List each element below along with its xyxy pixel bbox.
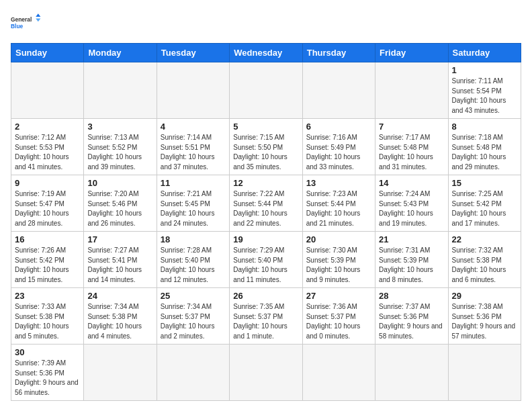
calendar-cell <box>11 62 84 119</box>
calendar-week-3: 9Sunrise: 7:19 AM Sunset: 5:47 PM Daylig… <box>11 175 521 232</box>
svg-text:General: General <box>11 16 32 23</box>
calendar-cell: 30Sunrise: 7:39 AM Sunset: 5:36 PM Dayli… <box>11 345 84 401</box>
calendar-cell: 29Sunrise: 7:38 AM Sunset: 5:36 PM Dayli… <box>448 288 521 345</box>
day-info: Sunrise: 7:16 AM Sunset: 5:49 PM Dayligh… <box>306 133 371 172</box>
day-info: Sunrise: 7:12 AM Sunset: 5:53 PM Dayligh… <box>15 133 80 172</box>
calendar-cell <box>230 345 302 401</box>
day-info: Sunrise: 7:14 AM Sunset: 5:51 PM Dayligh… <box>161 133 226 172</box>
day-info: Sunrise: 7:22 AM Sunset: 5:44 PM Dayligh… <box>233 189 298 228</box>
calendar-cell: 11Sunrise: 7:21 AM Sunset: 5:45 PM Dayli… <box>157 175 229 232</box>
calendar-cell: 8Sunrise: 7:18 AM Sunset: 5:48 PM Daylig… <box>448 119 521 175</box>
calendar-week-2: 2Sunrise: 7:12 AM Sunset: 5:53 PM Daylig… <box>11 119 521 175</box>
day-number: 15 <box>452 178 517 188</box>
calendar-cell <box>448 345 521 401</box>
calendar-cell <box>84 62 157 119</box>
calendar-week-5: 23Sunrise: 7:33 AM Sunset: 5:38 PM Dayli… <box>11 288 521 345</box>
weekday-header-sunday: Sunday <box>11 44 84 62</box>
calendar-cell: 12Sunrise: 7:22 AM Sunset: 5:44 PM Dayli… <box>230 175 302 232</box>
logo: General Blue <box>11 11 43 35</box>
day-info: Sunrise: 7:29 AM Sunset: 5:40 PM Dayligh… <box>233 246 298 285</box>
day-number: 9 <box>15 178 80 188</box>
day-number: 20 <box>306 234 371 244</box>
day-number: 12 <box>233 178 298 188</box>
day-number: 17 <box>87 234 152 244</box>
calendar-cell: 17Sunrise: 7:27 AM Sunset: 5:41 PM Dayli… <box>84 232 157 288</box>
day-number: 30 <box>15 347 80 357</box>
day-number: 8 <box>452 122 517 132</box>
calendar-cell: 3Sunrise: 7:13 AM Sunset: 5:52 PM Daylig… <box>84 119 157 175</box>
day-number: 14 <box>379 178 444 188</box>
day-number: 11 <box>161 178 226 188</box>
day-info: Sunrise: 7:34 AM Sunset: 5:38 PM Dayligh… <box>87 302 152 341</box>
day-info: Sunrise: 7:27 AM Sunset: 5:41 PM Dayligh… <box>87 246 152 285</box>
day-number: 19 <box>233 234 298 244</box>
calendar-cell: 22Sunrise: 7:32 AM Sunset: 5:38 PM Dayli… <box>448 232 521 288</box>
logo-svg: General Blue <box>11 11 43 35</box>
day-number: 23 <box>15 291 80 301</box>
day-info: Sunrise: 7:19 AM Sunset: 5:47 PM Dayligh… <box>15 189 80 228</box>
calendar-cell <box>157 345 229 401</box>
calendar-cell: 21Sunrise: 7:31 AM Sunset: 5:39 PM Dayli… <box>375 232 448 288</box>
calendar-cell: 28Sunrise: 7:37 AM Sunset: 5:36 PM Dayli… <box>375 288 448 345</box>
calendar-cell <box>375 62 448 119</box>
day-number: 22 <box>452 234 517 244</box>
calendar-cell: 5Sunrise: 7:15 AM Sunset: 5:50 PM Daylig… <box>230 119 302 175</box>
weekday-header-friday: Friday <box>375 44 448 62</box>
weekday-header-tuesday: Tuesday <box>157 44 229 62</box>
day-number: 1 <box>452 65 517 75</box>
calendar-cell: 1Sunrise: 7:11 AM Sunset: 5:54 PM Daylig… <box>448 62 521 119</box>
day-number: 26 <box>233 291 298 301</box>
calendar-cell <box>84 345 157 401</box>
day-info: Sunrise: 7:20 AM Sunset: 5:46 PM Dayligh… <box>87 189 152 228</box>
day-info: Sunrise: 7:17 AM Sunset: 5:48 PM Dayligh… <box>379 133 444 172</box>
calendar-cell <box>375 345 448 401</box>
calendar-cell <box>302 62 375 119</box>
day-number: 16 <box>15 234 80 244</box>
day-number: 4 <box>161 122 226 132</box>
weekday-header-saturday: Saturday <box>448 44 521 62</box>
calendar-cell: 7Sunrise: 7:17 AM Sunset: 5:48 PM Daylig… <box>375 119 448 175</box>
day-number: 18 <box>161 234 226 244</box>
calendar-week-1: 1Sunrise: 7:11 AM Sunset: 5:54 PM Daylig… <box>11 62 521 119</box>
day-number: 21 <box>379 234 444 244</box>
calendar-cell <box>157 62 229 119</box>
calendar-week-6: 30Sunrise: 7:39 AM Sunset: 5:36 PM Dayli… <box>11 345 521 401</box>
day-number: 3 <box>87 122 152 132</box>
calendar-cell: 25Sunrise: 7:34 AM Sunset: 5:37 PM Dayli… <box>157 288 229 345</box>
day-info: Sunrise: 7:28 AM Sunset: 5:40 PM Dayligh… <box>161 246 226 285</box>
day-info: Sunrise: 7:21 AM Sunset: 5:45 PM Dayligh… <box>161 189 226 228</box>
day-info: Sunrise: 7:15 AM Sunset: 5:50 PM Dayligh… <box>233 133 298 172</box>
day-info: Sunrise: 7:38 AM Sunset: 5:36 PM Dayligh… <box>452 302 517 341</box>
calendar-cell: 2Sunrise: 7:12 AM Sunset: 5:53 PM Daylig… <box>11 119 84 175</box>
calendar-cell: 16Sunrise: 7:26 AM Sunset: 5:42 PM Dayli… <box>11 232 84 288</box>
day-info: Sunrise: 7:33 AM Sunset: 5:38 PM Dayligh… <box>15 302 80 341</box>
calendar-week-4: 16Sunrise: 7:26 AM Sunset: 5:42 PM Dayli… <box>11 232 521 288</box>
day-info: Sunrise: 7:23 AM Sunset: 5:44 PM Dayligh… <box>306 189 371 228</box>
day-info: Sunrise: 7:13 AM Sunset: 5:52 PM Dayligh… <box>87 133 152 172</box>
day-number: 7 <box>379 122 444 132</box>
calendar-cell: 10Sunrise: 7:20 AM Sunset: 5:46 PM Dayli… <box>84 175 157 232</box>
svg-marker-3 <box>36 18 40 21</box>
day-info: Sunrise: 7:36 AM Sunset: 5:37 PM Dayligh… <box>306 302 371 341</box>
calendar-cell <box>302 345 375 401</box>
weekday-header-monday: Monday <box>84 44 157 62</box>
calendar-cell: 6Sunrise: 7:16 AM Sunset: 5:49 PM Daylig… <box>302 119 375 175</box>
day-info: Sunrise: 7:31 AM Sunset: 5:39 PM Dayligh… <box>379 246 444 285</box>
day-info: Sunrise: 7:24 AM Sunset: 5:43 PM Dayligh… <box>379 189 444 228</box>
day-number: 27 <box>306 291 371 301</box>
day-info: Sunrise: 7:11 AM Sunset: 5:54 PM Dayligh… <box>452 77 517 116</box>
day-number: 24 <box>87 291 152 301</box>
calendar-cell: 13Sunrise: 7:23 AM Sunset: 5:44 PM Dayli… <box>302 175 375 232</box>
day-info: Sunrise: 7:32 AM Sunset: 5:38 PM Dayligh… <box>452 246 517 285</box>
calendar-cell: 19Sunrise: 7:29 AM Sunset: 5:40 PM Dayli… <box>230 232 302 288</box>
svg-marker-2 <box>36 13 40 17</box>
page: General Blue SundayMondayTuesdayWednesda… <box>0 0 532 406</box>
svg-text:Blue: Blue <box>11 23 24 30</box>
day-number: 13 <box>306 178 371 188</box>
calendar-cell: 4Sunrise: 7:14 AM Sunset: 5:51 PM Daylig… <box>157 119 229 175</box>
day-number: 29 <box>452 291 517 301</box>
weekday-header-thursday: Thursday <box>302 44 375 62</box>
day-info: Sunrise: 7:26 AM Sunset: 5:42 PM Dayligh… <box>15 246 80 285</box>
calendar-cell: 27Sunrise: 7:36 AM Sunset: 5:37 PM Dayli… <box>302 288 375 345</box>
calendar-cell: 9Sunrise: 7:19 AM Sunset: 5:47 PM Daylig… <box>11 175 84 232</box>
